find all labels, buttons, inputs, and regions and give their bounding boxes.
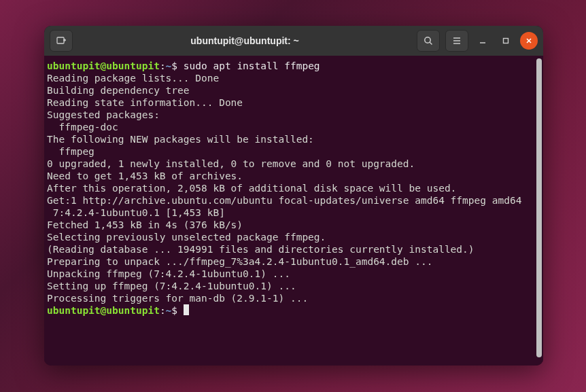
scrollbar[interactable]: [536, 58, 542, 357]
close-icon: [525, 37, 533, 45]
window-title: ubuntupit@ubuntupit: ~: [77, 35, 413, 46]
output-line: Need to get 1,453 kB of archives.: [47, 171, 243, 181]
minimize-button[interactable]: [474, 32, 492, 50]
search-button[interactable]: [417, 30, 440, 52]
maximize-icon: [502, 37, 510, 45]
maximize-button[interactable]: [497, 32, 515, 50]
output-line: Building dependency tree: [47, 85, 190, 96]
output-line: Preparing to unpack .../ffmpeg_7%3a4.2.4…: [47, 256, 432, 267]
output-line: After this operation, 2,058 kB of additi…: [47, 183, 456, 194]
prompt-user-host: ubuntupit@ubuntupit: [47, 305, 160, 316]
cursor: [184, 304, 189, 315]
output-line: ffmpeg: [47, 146, 94, 157]
prompt-separator: :: [160, 60, 166, 71]
new-tab-icon: [56, 35, 67, 46]
prompt-dollar: $: [171, 305, 177, 316]
output-line: Suggested packages:: [47, 109, 160, 120]
svg-rect-0: [57, 37, 64, 43]
output-line: 7:4.2.4-1ubuntu0.1 [1,453 kB]: [47, 207, 225, 218]
output-line: Reading state information... Done: [47, 97, 243, 108]
output-line: Selecting previously unselected package …: [47, 232, 326, 243]
minimize-icon: [479, 37, 487, 45]
output-line: Processing triggers for man-db (2.9.1-1)…: [47, 293, 308, 304]
prompt-separator: :: [160, 305, 166, 316]
close-button[interactable]: [520, 32, 538, 50]
output-line: Setting up ffmpeg (7:4.2.4-1ubuntu0.1) .…: [47, 281, 296, 291]
svg-line-4: [430, 42, 432, 44]
svg-rect-9: [504, 39, 509, 43]
search-icon: [423, 35, 434, 46]
terminal-body[interactable]: ubuntupit@ubuntupit:~$ sudo apt install …: [44, 56, 543, 366]
terminal-window: ubuntupit@ubuntupit: ~: [44, 26, 543, 366]
terminal-content: ubuntupit@ubuntupit:~$ sudo apt install …: [47, 60, 540, 317]
output-line: Reading package lists... Done: [47, 73, 219, 84]
output-line: Fetched 1,453 kB in 4s (376 kB/s): [47, 219, 243, 230]
output-line: The following NEW packages will be insta…: [47, 134, 314, 145]
command-text: sudo apt install ffmpeg: [177, 60, 320, 71]
output-line: Unpacking ffmpeg (7:4.2.4-1ubuntu0.1) ..…: [47, 268, 290, 279]
new-tab-button[interactable]: [50, 30, 73, 52]
titlebar: ubuntupit@ubuntupit: ~: [44, 26, 543, 56]
prompt-dollar: $: [171, 60, 177, 71]
output-line: Get:1 http://archive.ubuntu.com/ubuntu f…: [47, 195, 521, 206]
output-line: ffmpeg-doc: [47, 122, 118, 132]
titlebar-left: [50, 30, 73, 52]
svg-point-3: [425, 37, 430, 43]
hamburger-icon: [451, 35, 462, 46]
output-line: (Reading database ... 194991 files and d…: [47, 244, 475, 255]
prompt-user-host: ubuntupit@ubuntupit: [47, 60, 160, 71]
output-line: 0 upgraded, 1 newly installed, 0 to remo…: [47, 158, 415, 169]
menu-button[interactable]: [445, 30, 468, 52]
titlebar-right: [417, 30, 538, 52]
